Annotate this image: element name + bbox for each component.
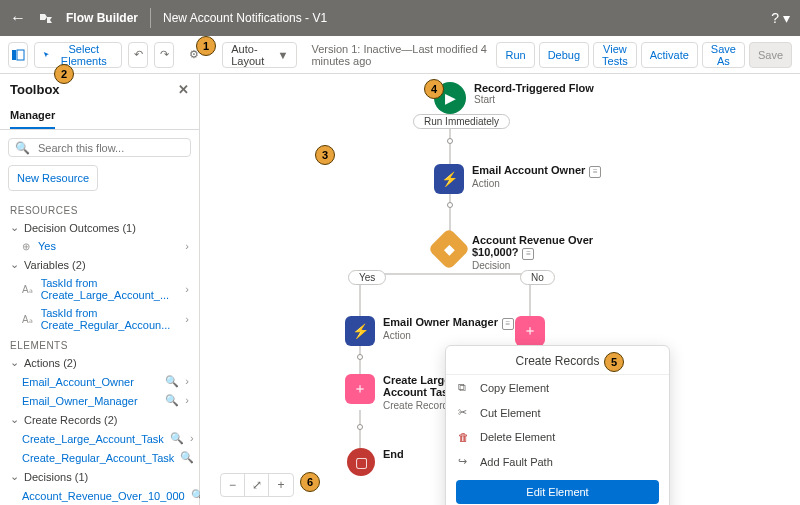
group-decisions[interactable]: ⌄Decisions (1) — [0, 467, 199, 486]
context-menu-title: Create Records — [446, 346, 669, 375]
note-icon[interactable]: ≡ — [522, 248, 534, 260]
back-arrow-icon[interactable]: ← — [10, 9, 26, 27]
add-node-dot[interactable] — [357, 424, 363, 430]
run-immediately-pill[interactable]: Run Immediately — [413, 114, 510, 129]
cut-icon: ✂ — [458, 406, 472, 419]
select-elements-label: Select Elements — [54, 43, 113, 67]
divider — [150, 8, 151, 28]
create-records-icon: ＋ — [345, 374, 375, 404]
zoom-fit-button[interactable]: ⤢ — [245, 474, 269, 496]
element-item[interactable]: Email_Owner_Manager🔍› — [0, 391, 199, 410]
toolbox-toggle-button[interactable] — [8, 42, 28, 68]
undo-button[interactable]: ↶ — [128, 42, 148, 68]
save-button: Save — [749, 42, 792, 68]
close-icon[interactable]: ✕ — [178, 82, 189, 97]
find-icon[interactable]: 🔍 — [165, 394, 179, 407]
start-node[interactable]: ▶ Record-Triggered FlowStart — [434, 82, 594, 114]
callout-2: 2 — [54, 64, 74, 84]
find-icon[interactable]: 🔍 — [165, 375, 179, 388]
element-item[interactable]: Create_Regular_Account_Task🔍› — [0, 448, 199, 467]
run-button[interactable]: Run — [496, 42, 534, 68]
note-icon[interactable]: ≡ — [589, 166, 601, 178]
find-icon[interactable]: 🔍 — [180, 451, 194, 464]
group-decision-outcomes[interactable]: ⌄Decision Outcomes (1) — [0, 218, 199, 237]
search-icon: 🔍 — [15, 141, 30, 155]
toolbox-title: Toolbox — [10, 82, 60, 97]
create-records-right-node[interactable]: ＋ — [515, 316, 545, 346]
add-node-dot[interactable] — [447, 202, 453, 208]
callout-4: 4 — [424, 79, 444, 99]
ctx-delete[interactable]: 🗑Delete Element — [446, 425, 669, 449]
ctx-cut[interactable]: ✂Cut Element — [446, 400, 669, 425]
element-item[interactable]: Account_Revenue_Over_10_000🔍› — [0, 486, 199, 505]
callout-3: 3 — [315, 145, 335, 165]
flow-logo-icon — [38, 10, 54, 26]
version-status: Version 1: Inactive—Last modified 4 minu… — [311, 43, 490, 67]
bolt-icon: ⚡ — [434, 164, 464, 194]
svg-rect-1 — [17, 50, 24, 60]
callout-1: 1 — [196, 36, 216, 56]
add-node-dot[interactable] — [357, 354, 363, 360]
ctx-copy[interactable]: ⧉Copy Element — [446, 375, 669, 400]
context-menu: Create Records ⧉Copy Element ✂Cut Elemen… — [445, 345, 670, 505]
select-elements-button[interactable]: Select Elements — [34, 42, 122, 68]
resources-heading: RESOURCES — [0, 199, 199, 218]
copy-icon: ⧉ — [458, 381, 472, 394]
fault-icon: ↪ — [458, 455, 472, 468]
add-node-dot[interactable] — [447, 138, 453, 144]
callout-6: 6 — [300, 472, 320, 492]
ctx-edit-element[interactable]: Edit Element — [456, 480, 659, 504]
save-as-button[interactable]: Save As — [702, 42, 745, 68]
activate-button[interactable]: Activate — [641, 42, 698, 68]
zoom-in-button[interactable]: + — [269, 474, 293, 496]
decision-icon: ◆ — [428, 228, 470, 270]
svg-rect-0 — [12, 50, 16, 60]
elements-heading: ELEMENTS — [0, 334, 199, 353]
zoom-out-button[interactable]: − — [221, 474, 245, 496]
bolt-icon: ⚡ — [345, 316, 375, 346]
ctx-add-fault[interactable]: ↪Add Fault Path — [446, 449, 669, 474]
help-icon[interactable]: ? ▾ — [771, 10, 790, 26]
note-icon[interactable]: ≡ — [502, 318, 514, 330]
group-actions[interactable]: ⌄Actions (2) — [0, 353, 199, 372]
tab-manager[interactable]: Manager — [10, 105, 55, 129]
email-account-owner-node[interactable]: ⚡ Email Account Owner≡Action — [434, 164, 601, 194]
layout-mode-label: Auto-Layout — [231, 43, 271, 67]
debug-button[interactable]: Debug — [539, 42, 589, 68]
search-input[interactable] — [36, 141, 184, 155]
branch-yes[interactable]: Yes — [348, 270, 386, 285]
toolbox-panel: Toolbox ✕ Manager 🔍 New Resource RESOURC… — [0, 74, 200, 505]
group-create-records[interactable]: ⌄Create Records (2) — [0, 410, 199, 429]
email-owner-manager-node[interactable]: ⚡ Email Owner Manager≡Action — [345, 316, 514, 346]
search-input-wrap[interactable]: 🔍 — [8, 138, 191, 157]
group-variables[interactable]: ⌄Variables (2) — [0, 255, 199, 274]
end-icon: ▢ — [347, 448, 375, 476]
callout-5: 5 — [604, 352, 624, 372]
end-node[interactable]: ▢ End — [347, 448, 404, 476]
new-resource-button[interactable]: New Resource — [8, 165, 98, 191]
branch-no[interactable]: No — [520, 270, 555, 285]
find-icon[interactable]: 🔍 — [170, 432, 184, 445]
variable-item[interactable]: AₐTaskId from Create_Regular_Accoun...› — [0, 304, 199, 334]
create-records-icon: ＋ — [515, 316, 545, 346]
app-title: Flow Builder — [66, 11, 138, 25]
variable-item[interactable]: AₐTaskId from Create_Large_Account_...› — [0, 274, 199, 304]
flow-name: New Account Notifications - V1 — [163, 11, 327, 25]
layout-mode-select[interactable]: Auto-Layout▼ — [222, 42, 297, 68]
zoom-controls: − ⤢ + — [220, 473, 294, 497]
redo-button[interactable]: ↷ — [154, 42, 174, 68]
element-item[interactable]: Create_Large_Account_Task🔍› — [0, 429, 199, 448]
element-item[interactable]: Email_Account_Owner🔍› — [0, 372, 199, 391]
resource-yes[interactable]: ⊕Yes› — [0, 237, 199, 255]
view-tests-button[interactable]: View Tests — [593, 42, 637, 68]
trash-icon: 🗑 — [458, 431, 472, 443]
decision-node[interactable]: ◆ Account Revenue Over $10,000?≡Decision — [434, 234, 602, 271]
